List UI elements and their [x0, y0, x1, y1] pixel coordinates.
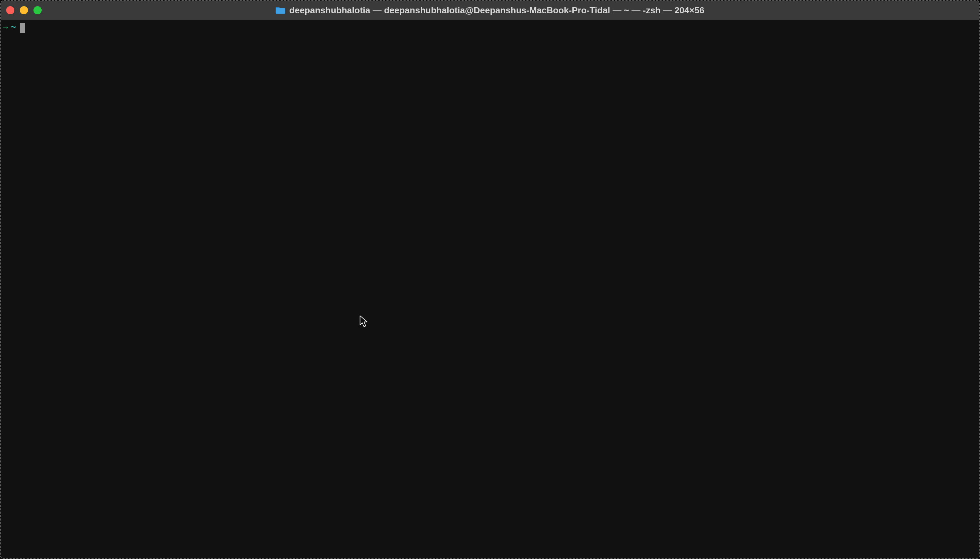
traffic-lights	[1, 6, 41, 14]
prompt-path: ~	[11, 23, 20, 33]
prompt-arrow: →	[3, 23, 10, 33]
folder-icon	[275, 7, 285, 14]
text-cursor	[20, 23, 25, 33]
close-button[interactable]	[6, 6, 14, 14]
minimize-button[interactable]	[20, 6, 28, 14]
title-bar[interactable]: deepanshubhalotia — deepanshubhalotia@De…	[1, 1, 979, 20]
terminal-body[interactable]: → ~	[1, 20, 979, 558]
prompt-line: → ~	[3, 23, 977, 33]
terminal-window: deepanshubhalotia — deepanshubhalotia@De…	[0, 0, 980, 559]
maximize-button[interactable]	[33, 6, 41, 14]
window-title: deepanshubhalotia — deepanshubhalotia@De…	[289, 5, 704, 16]
window-title-group: deepanshubhalotia — deepanshubhalotia@De…	[275, 5, 704, 16]
